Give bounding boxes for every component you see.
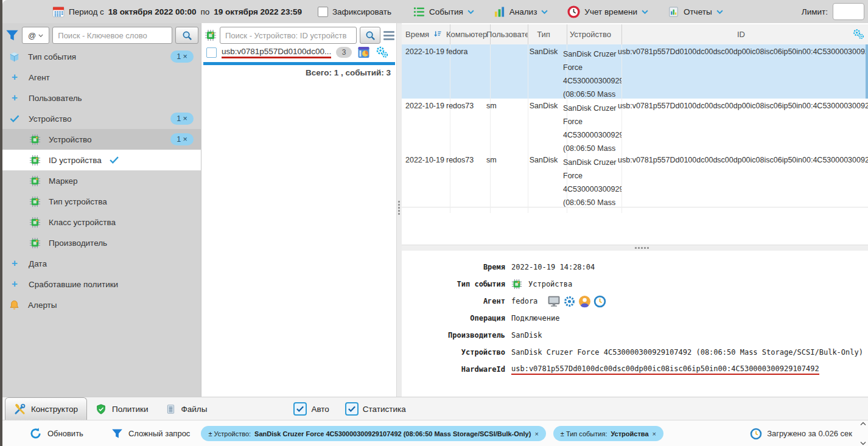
user-icon[interactable] [578,295,591,308]
detail-row-agent: Агент fedora [402,293,868,310]
keyword-search-input[interactable] [52,27,172,44]
chip-icon [29,134,41,145]
filter-badge[interactable]: 1 × [170,113,194,125]
tab-constructor[interactable]: Конструктор [5,397,87,421]
sidebar-item-vendor[interactable]: Производитель [2,232,201,253]
scroll-up-icon[interactable] [860,422,866,426]
sidebar-item-label: Устройство [49,135,92,144]
selected-row-scroll-marker[interactable] [866,44,868,99]
sidebar-item-label: Устройство [29,114,72,124]
device-id-link[interactable]: usb:v0781p557Dd0100dc00... [222,47,331,58]
device-id-search-input[interactable] [220,27,357,44]
tab-files[interactable]: Файлы [157,397,216,420]
detail-row-hardware-id: HardwareId usb:v0781p557Dd0100dc00dsc00d… [402,361,868,378]
column-header-id[interactable]: ID [614,24,868,44]
fix-period-label: Зафиксировать [332,7,391,16]
monitor-icon[interactable] [547,294,561,308]
device-list-item[interactable]: usb:v0781p557Dd0100dc00... 3 [201,44,397,61]
file-icon [166,403,176,415]
detail-value: fedora [511,297,537,305]
fix-period-checkbox[interactable] [318,7,328,17]
cell-id: usb:v0781p557Dd0100dc00dsc00dp00ic08isc0… [614,99,868,159]
period-between: по [200,7,209,16]
splitter-grip[interactable] [635,247,649,249]
sidebar-item-label: ID устройства [49,156,102,165]
sidebar-item-user[interactable]: + Пользователь [2,88,201,108]
load-time-status: Загружено за 0.026 сек [750,428,852,440]
chevron-down-icon [467,10,474,14]
filter-sidebar: @ Тип события 1 × + Агент + Пользователь… [2,23,201,397]
expand-plus-icon[interactable]: + [9,257,21,270]
search-mode-dropdown[interactable]: @ [22,27,49,44]
table-settings-gears-icon[interactable] [852,28,865,41]
expanded-check-icon[interactable] [9,115,21,122]
tab-policies[interactable]: Политики [87,397,157,420]
clock-icon[interactable] [593,295,606,308]
sidebar-item-alerts[interactable]: Алерты [2,294,201,315]
limit-control: Лимит: [802,3,864,20]
table-row[interactable]: 2022-10-19 redos73 sm SanDisk SanDisk Cr… [402,99,868,153]
bell-icon [9,299,20,311]
refresh-button[interactable]: Обновить [29,427,83,440]
expand-plus-icon[interactable]: + [9,71,21,83]
filter-badge[interactable]: 1 × [170,51,194,63]
table-row[interactable]: 2022-10-19 fedora SanDisk SanDisk Cruzer… [402,44,868,99]
expand-plus-icon[interactable]: + [9,278,21,290]
period-control[interactable]: Период с 18 октября 2022 00:00 по 19 окт… [52,5,302,18]
gear-icon[interactable] [563,295,576,308]
menu-time-tracking[interactable]: Учет времени [567,5,648,18]
sidebar-item-device-id[interactable]: ID устройства [2,150,201,170]
complex-query-button[interactable]: Сложный запрос [111,428,191,439]
expand-plus-icon[interactable]: + [9,92,21,104]
at-selector-label: @ [28,31,36,40]
gears-icon[interactable] [376,46,389,59]
chip-value: SanDisk Cruzer Force 4C53000030092910749… [254,430,531,437]
item-checkbox[interactable] [206,47,217,58]
menu-analysis[interactable]: Анализ [494,6,548,18]
selection-bar [203,62,395,65]
auto-toggle[interactable]: Авто [293,402,329,416]
sidebar-item-date[interactable]: + Дата [2,253,201,274]
sidebar-item-triggered-policies[interactable]: + Сработавшие политики [2,274,201,294]
menu-reports[interactable]: Отчеты [668,6,723,18]
detail-label: Производитель [402,331,505,340]
menu-time-tracking-label: Учет времени [584,7,637,16]
sidebar-item-device-type[interactable]: Тип устройства [2,191,201,212]
sidebar-item-event-type[interactable]: Тип события 1 × [2,46,201,67]
limit-input[interactable] [833,3,864,20]
filter-badge[interactable]: 1 × [170,133,194,145]
sort-desc-icon[interactable] [433,30,442,39]
keyword-search-button[interactable] [175,27,198,44]
sidebar-item-device-group[interactable]: Устройство 1 × [2,108,201,129]
filter-funnel-icon [111,428,123,439]
report-icon[interactable] [357,46,371,59]
filter-chip-device[interactable]: ± Устройство: SanDisk Cruzer Force 4C530… [201,426,545,441]
scroll-down-icon[interactable] [860,441,866,445]
sidebar-item-label: Сработавшие политики [29,280,118,289]
detail-value-hardware-id[interactable]: usb:v0781p557Dd0100dc00dsc00dp00ic08isc0… [511,364,819,375]
chip-close-icon[interactable]: × [653,430,656,437]
scroll-arrows[interactable] [859,422,867,445]
detail-label: Время [402,263,505,271]
menu-events[interactable]: События [413,6,474,18]
sidebar-item-marker[interactable]: Маркер [2,170,201,191]
chip-close-icon[interactable]: × [534,430,538,437]
sidebar-item-device[interactable]: Устройство 1 × [2,129,201,150]
totals-label: Всего: 1 , событий: 3 [306,68,391,77]
menu-burger-icon[interactable] [383,31,394,40]
sidebar-item-agent[interactable]: + Агент [2,67,201,88]
sidebar-item-device-class[interactable]: Класс устройства [2,212,201,232]
sidebar-item-label: Тип устройства [49,197,107,206]
device-search-button[interactable] [360,27,380,44]
column-label: Тип [537,30,550,39]
detail-row-operation: Операция Подключение [402,310,868,327]
cell-id: usb:v0781p557Dd0100dc00dsc00dp00ic08isc0… [614,153,868,213]
chevron-down-icon [541,10,548,14]
statistics-toggle[interactable]: Статистика [345,402,406,416]
red-clock-icon [567,5,580,18]
detail-label: HardwareId [402,365,505,374]
splitter-grip[interactable] [398,201,400,215]
table-row[interactable]: 2022-10-19 redos73 sm SanDisk SanDisk Cr… [402,153,868,207]
column-header-device[interactable]: Устройство [559,24,622,44]
filter-chip-event-type[interactable]: ± Тип события: Устройства × [553,426,663,441]
